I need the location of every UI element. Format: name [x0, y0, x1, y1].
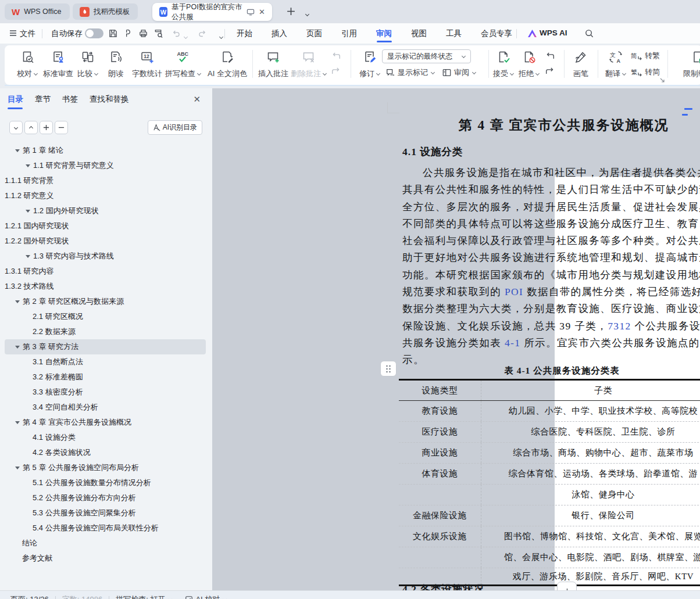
new-tab-icon[interactable] — [286, 6, 296, 16]
toc-item[interactable]: 5.4 公共服务设施空间布局关联性分析 — [5, 521, 206, 536]
table-move-handle[interactable] — [380, 361, 397, 376]
print-preview-icon[interactable] — [153, 28, 163, 38]
undo-icon[interactable] — [172, 29, 181, 38]
toc-item[interactable]: 第 4 章 宜宾市公共服务设施概况 — [5, 415, 206, 430]
toc-item[interactable]: 参考文献 — [5, 551, 206, 566]
toc-item[interactable]: 1.1.2 研究意义 — [5, 188, 206, 203]
toc-expand-triangle-icon[interactable] — [26, 164, 30, 167]
export-pdf-icon[interactable] — [123, 28, 133, 38]
tab-list-chevron-icon[interactable] — [305, 12, 309, 17]
to-traditional-button[interactable]: 简 转繁 — [631, 51, 660, 61]
toc-item[interactable]: 2.2 数据来源 — [5, 324, 206, 339]
menu-item-引用[interactable]: 引用 — [341, 24, 358, 44]
tab-chapters[interactable]: 章节 — [35, 94, 51, 109]
ai-polish-button[interactable]: AI 全文润色 — [204, 49, 251, 79]
tab-find-replace[interactable]: 查找和替换 — [90, 94, 129, 109]
menu-item-会员专享[interactable]: 会员专享 — [480, 24, 513, 44]
tab-docer-templates[interactable]: 找稻壳模板 — [73, 3, 138, 20]
toc-item[interactable]: 1.2.2 国外研究现状 — [5, 234, 206, 249]
close-tab-icon[interactable]: ✕ — [259, 8, 265, 16]
search-icon[interactable] — [584, 28, 594, 38]
show-markup-button[interactable]: 显示标记 — [385, 67, 435, 78]
menu-item-视图[interactable]: 视图 — [410, 24, 427, 44]
menu-item-插入[interactable]: 插入 — [271, 24, 288, 44]
toc-expand-triangle-icon[interactable] — [26, 255, 30, 258]
toc-collapse-button[interactable] — [9, 121, 23, 134]
toc-item[interactable]: 3.3 核密度分析 — [5, 385, 206, 400]
insert-comment-button[interactable]: 插入批注 — [257, 49, 290, 79]
toc-item[interactable]: 1.3 研究内容与技术路线 — [5, 249, 206, 264]
toc-item[interactable]: 1.2.1 国内研究现状 — [5, 218, 206, 234]
ai-proofread-status[interactable]: AI 校对 — [185, 594, 227, 599]
toc-expand-triangle-icon[interactable] — [15, 421, 20, 424]
group-expand-icon[interactable] — [660, 78, 665, 83]
menu-item-工具[interactable]: 工具 — [445, 24, 462, 44]
page-indicator[interactable]: 页面: 13/26 — [10, 594, 49, 599]
file-menu[interactable]: 文件 — [20, 28, 35, 39]
proofread-button[interactable]: 校对 — [14, 49, 41, 79]
spell-check-status[interactable]: 拼写检查: 打开 — [116, 594, 172, 599]
toc-item[interactable]: 第 3 章 研究方法 — [5, 339, 206, 354]
undo-chevron-icon[interactable] — [183, 35, 188, 40]
toc-item[interactable]: 5.1 公共服务设施数量分布情况分析 — [5, 475, 206, 490]
word-count-button[interactable]: 12 字数统计 — [131, 49, 163, 79]
toc-expand-triangle-icon[interactable] — [15, 346, 20, 349]
screen-share-icon[interactable] — [247, 9, 255, 16]
save-icon[interactable] — [108, 28, 118, 38]
translate-button[interactable]: 文A 翻译 — [603, 49, 628, 79]
more-commands-chevron-icon[interactable] — [219, 35, 223, 40]
word-count-indicator[interactable]: 字数: 14986 — [62, 594, 102, 599]
previous-comment-button[interactable] — [329, 49, 343, 62]
toc-item[interactable]: 1.1 研究背景与研究意义 — [5, 158, 206, 173]
toc-item[interactable]: 第 5 章 公共服务设施空间布局分析 — [5, 460, 206, 475]
tab-contents[interactable]: 目录 — [8, 94, 23, 109]
standard-review-button[interactable]: 标准审查 — [42, 49, 74, 79]
toc-item[interactable]: 3.1 自然断点法 — [5, 354, 206, 370]
menu-item-开始[interactable]: 开始 — [236, 24, 253, 44]
toc-item[interactable]: 3.4 空间自相关分析 — [5, 400, 206, 415]
toc-item[interactable]: 1.3.1 研究内容 — [5, 264, 206, 279]
track-changes-button[interactable]: 修订 — [357, 49, 383, 79]
toc-item[interactable]: 结论 — [5, 536, 206, 551]
toc-item[interactable]: 第 1 章 绪论 — [5, 143, 206, 158]
previous-change-button[interactable] — [543, 49, 557, 62]
tab-document-active[interactable]: W 基于POI数据的宜宾市公共服 ✕ — [152, 3, 272, 21]
next-change-button[interactable] — [543, 64, 557, 77]
toc-expand-triangle-icon[interactable] — [15, 149, 20, 152]
spell-check-button[interactable]: ABC 拼写检查 — [163, 49, 203, 79]
to-simplified-button[interactable]: 繁 转简 — [631, 67, 660, 77]
markup-state-dropdown[interactable]: 显示标记的最终状态 — [382, 49, 471, 63]
read-aloud-button[interactable]: 朗读 — [107, 49, 124, 79]
wps-ai-menu[interactable]: WPS AI — [540, 28, 567, 37]
toc-item[interactable]: 1.1.1 研究背景 — [5, 173, 206, 188]
restrict-edit-button[interactable]: 限制编辑 — [680, 49, 700, 79]
next-comment-button[interactable] — [329, 64, 343, 77]
toc-item[interactable]: 3.2 标准差椭圆 — [5, 370, 206, 385]
toc-item[interactable]: 4.1 设施分类 — [5, 430, 206, 445]
toc-item[interactable]: 4.2 各类设施状况 — [5, 445, 206, 460]
ai-recognize-toc-button[interactable]: AI识别目录 — [148, 120, 202, 135]
toc-zoom-out-button[interactable] — [55, 121, 68, 134]
toc-expand-button[interactable] — [24, 121, 38, 134]
toc-item[interactable]: 5.2 公共服务设施分布方向分析 — [5, 490, 206, 505]
tab-wps-office[interactable]: W WPS Office — [5, 3, 70, 20]
accept-button[interactable]: 接受 — [491, 49, 516, 79]
autosave-toggle[interactable] — [85, 28, 103, 38]
menu-item-审阅[interactable]: 审阅 — [376, 24, 392, 44]
close-sidebar-icon[interactable]: ✕ — [193, 94, 201, 105]
print-icon[interactable] — [138, 28, 148, 38]
tab-bookmarks[interactable]: 书签 — [62, 94, 78, 109]
toc-expand-triangle-icon[interactable] — [26, 210, 30, 213]
review-pane-button[interactable]: 审阅 — [442, 67, 476, 78]
toc-item[interactable]: 1.2 国内外研究现状 — [5, 203, 206, 218]
reject-button[interactable]: 拒绝 — [516, 49, 542, 79]
toc-expand-triangle-icon[interactable] — [15, 300, 20, 303]
toc-item[interactable]: 5.3 公共服务设施空间聚集分析 — [5, 505, 206, 521]
toc-expand-triangle-icon[interactable] — [15, 467, 20, 469]
delete-comment-button[interactable]: 删除批注 — [289, 49, 328, 79]
compare-button[interactable]: 比较 — [75, 49, 101, 79]
toc-item[interactable]: 第 2 章 研究区概况与数据来源 — [5, 294, 206, 309]
toc-zoom-in-button[interactable] — [40, 121, 53, 134]
menu-item-页面[interactable]: 页面 — [306, 24, 323, 44]
ink-brush-button[interactable]: 画笔 — [572, 49, 590, 79]
